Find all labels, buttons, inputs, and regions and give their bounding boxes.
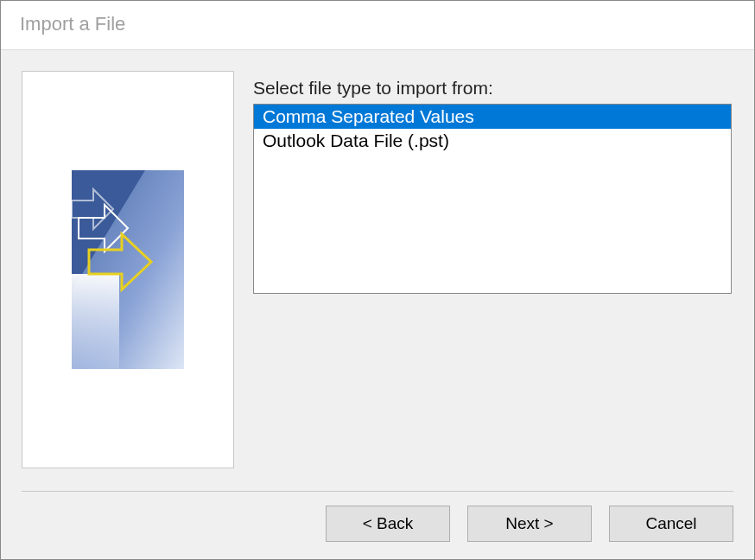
prompt-label: Select file type to import from: — [253, 78, 733, 99]
wizard-buttons: < Back Next > Cancel — [22, 506, 733, 542]
back-button[interactable]: < Back — [326, 506, 450, 542]
separator — [22, 491, 733, 492]
next-button[interactable]: Next > — [467, 506, 592, 542]
window-title: Import a File — [1, 1, 754, 49]
file-type-panel: Select file type to import from: Comma S… — [253, 71, 733, 491]
svg-marker-2 — [72, 274, 119, 369]
button-bar: < Back Next > Cancel — [1, 491, 754, 559]
import-file-wizard-window: Import a File — [0, 0, 755, 560]
file-type-option-csv[interactable]: Comma Separated Values — [254, 105, 731, 129]
file-type-option-pst[interactable]: Outlook Data File (.pst) — [254, 129, 731, 153]
file-type-listbox[interactable]: Comma Separated Values Outlook Data File… — [253, 104, 732, 294]
cancel-button[interactable]: Cancel — [609, 506, 733, 542]
content-area: Select file type to import from: Comma S… — [1, 49, 754, 491]
wizard-image-panel — [22, 71, 234, 468]
import-wizard-graphic — [72, 170, 184, 369]
